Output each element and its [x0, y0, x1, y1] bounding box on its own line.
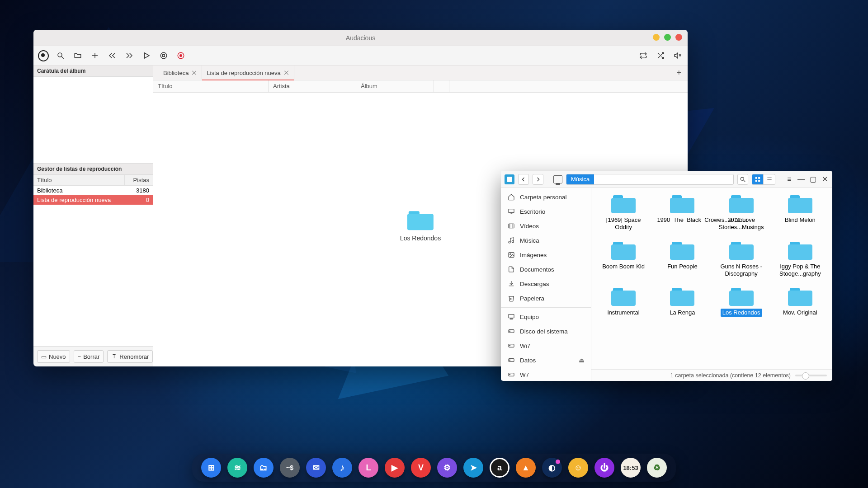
telegram-icon[interactable]: ➤ — [463, 458, 483, 478]
close-tab-icon[interactable] — [192, 70, 197, 75]
open-folder-icon[interactable] — [72, 50, 83, 61]
sidebar-device[interactable]: W7 — [501, 367, 591, 381]
settings-gear-icon[interactable]: ⚙ — [437, 458, 457, 478]
images-icon — [507, 251, 515, 259]
folder-item[interactable]: Iggy Pop & The Stooge...graphy — [773, 242, 827, 278]
sidebar-item-label: Vídeos — [520, 223, 539, 230]
eject-icon[interactable]: ⏏ — [579, 357, 585, 364]
close-tab-icon[interactable] — [284, 70, 289, 75]
add-icon[interactable] — [90, 50, 100, 61]
letter-v-icon[interactable]: V — [411, 458, 431, 478]
folder-item[interactable]: La Renga — [655, 288, 709, 317]
playlist-row[interactable]: Biblioteca3180 — [33, 186, 153, 195]
folder-item[interactable]: Mov. Original — [773, 288, 827, 317]
trash-icon[interactable]: ♻ — [647, 458, 667, 478]
new-playlist-button[interactable]: ▭ Nuevo — [37, 350, 70, 363]
zoom-slider[interactable] — [795, 375, 827, 376]
sidebar-item-downloads[interactable]: Descargas — [501, 277, 591, 291]
svg-point-30 — [510, 253, 511, 255]
repeat-icon[interactable] — [638, 50, 649, 61]
folder-item[interactable]: Fun People — [655, 242, 709, 278]
window-close-button[interactable]: ✕ — [821, 175, 829, 183]
search-button[interactable] — [737, 174, 748, 185]
folder-item[interactable]: 2012 Love Stories...Musings — [714, 195, 769, 232]
new-icon: ▭ — [41, 353, 47, 360]
folder-item[interactable]: [1969] Space Oddity — [596, 195, 651, 232]
nav-back-button[interactable] — [518, 174, 529, 185]
hamburger-menu-button[interactable]: ≡ — [785, 175, 793, 183]
eject-icon[interactable]: ▲ — [516, 458, 536, 478]
terminal-icon[interactable]: ~$ — [280, 458, 300, 478]
search-icon[interactable] — [55, 50, 66, 61]
folder-item[interactable]: Blind Melon — [773, 195, 827, 232]
folder-icon — [611, 242, 636, 260]
window-maximize-button[interactable]: ▢ — [809, 175, 817, 183]
window-minimize-button[interactable] — [653, 34, 660, 41]
files-icon[interactable]: 🗂 — [254, 458, 274, 478]
track-columns[interactable]: Título Artista Álbum — [153, 80, 688, 93]
power-icon[interactable]: ⏻ — [594, 458, 614, 478]
sidebar-item-documents[interactable]: Documentos — [501, 262, 591, 277]
sidebar-item-videos[interactable]: Vídeos — [501, 219, 591, 233]
device-icon[interactable] — [553, 175, 562, 183]
sidebar-item-label: Wi7 — [520, 343, 530, 349]
folder-item[interactable]: Boom Boom Kid — [596, 242, 651, 278]
rename-icon: Ｔ — [111, 352, 117, 361]
chat-icon[interactable]: ☺ — [568, 458, 588, 478]
playlist-tab[interactable]: Biblioteca — [159, 66, 202, 80]
tab-label: Lista de reproducción nueva — [207, 70, 280, 76]
media-play-icon[interactable]: ▶ — [385, 458, 405, 478]
playlist-row[interactable]: Lista de reproducción nueva0 — [33, 195, 153, 205]
sidebar-item-label: Música — [520, 237, 539, 244]
playlist-column-header[interactable]: Título Pistas — [33, 175, 153, 186]
sidebar-item-home[interactable]: Carpeta personal — [501, 190, 591, 204]
app-logo-icon[interactable] — [38, 50, 49, 61]
window-maximize-button[interactable] — [664, 34, 671, 41]
files-grid[interactable]: [1969] Space Oddity1990_The_Black_Crowes… — [591, 188, 832, 381]
list-view-button[interactable] — [764, 174, 775, 185]
sidebar-device[interactable]: Equipo — [501, 310, 591, 324]
add-tab-button[interactable]: + — [670, 68, 688, 78]
playlist-row-title: Biblioteca — [37, 187, 125, 194]
window-close-button[interactable] — [675, 34, 682, 41]
nav-forward-button[interactable] — [533, 174, 543, 185]
folder-item[interactable]: Los Redondos — [714, 288, 769, 317]
rename-playlist-button[interactable]: Ｔ Renombrar — [107, 350, 153, 363]
mail-icon[interactable]: ✉ — [306, 458, 326, 478]
window-minimize-button[interactable]: — — [797, 175, 805, 183]
sidebar-device[interactable]: Disco del sistema — [501, 324, 591, 338]
record-icon[interactable] — [175, 50, 186, 61]
delete-playlist-button[interactable]: − Borrar — [74, 350, 104, 363]
folder-item[interactable]: 1990_The_Black_Crowes...e_Your — [655, 195, 709, 232]
folder-item[interactable]: instrumental — [596, 288, 651, 317]
path-segment-music[interactable]: Música — [566, 174, 594, 184]
globe-icon[interactable]: ◐ — [542, 458, 562, 478]
music-note-icon[interactable]: ♪ — [332, 458, 352, 478]
sidebar-item-images[interactable]: Imágenes — [501, 248, 591, 262]
audacious-titlebar[interactable]: Audacious — [33, 30, 688, 46]
volume-mute-icon[interactable] — [672, 50, 683, 61]
svg-rect-6 — [163, 55, 165, 57]
sidebar-item-trash[interactable]: Papelera — [501, 291, 591, 305]
wave-icon[interactable]: ≋ — [227, 458, 247, 478]
sidebar-device[interactable]: Datos⏏ — [501, 353, 591, 367]
svg-rect-21 — [509, 209, 514, 213]
stop-icon[interactable] — [158, 50, 169, 61]
skip-back-icon[interactable] — [107, 50, 118, 61]
folder-item[interactable]: Guns N Roses - Discography — [714, 242, 769, 278]
shuffle-icon[interactable] — [655, 50, 666, 61]
clock-icon[interactable]: 18:53 — [621, 458, 641, 478]
playlist-tab[interactable]: Lista de reproducción nueva — [202, 66, 294, 80]
audacious-app-icon[interactable]: a — [490, 458, 509, 478]
skip-forward-icon[interactable] — [124, 50, 135, 61]
sidebar-item-desktop[interactable]: Escritorio — [501, 204, 591, 219]
sidebar-item-music[interactable]: Música — [501, 233, 591, 248]
sidebar-device[interactable]: Wi7 — [501, 338, 591, 353]
play-icon[interactable] — [141, 50, 152, 61]
path-bar[interactable]: Música — [566, 174, 734, 185]
apps-grid-icon[interactable]: ⊞ — [201, 458, 221, 478]
playlist-row-title: Lista de reproducción nueva — [37, 197, 125, 203]
documents-icon — [507, 265, 515, 273]
grid-view-button[interactable] — [752, 174, 764, 185]
letter-l-icon[interactable]: L — [359, 458, 378, 478]
